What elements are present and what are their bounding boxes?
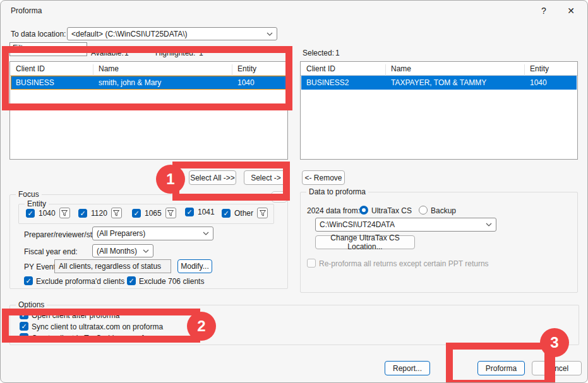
available-label: Available: (91, 49, 124, 57)
entity-1120-checkbox[interactable]: ✓ (78, 209, 87, 218)
exclude-706-checkbox[interactable]: ✓ (127, 276, 136, 285)
available-table-header: Client ID Name Entity (10, 62, 287, 76)
ultratax-radio-label: UltraTax CS (371, 206, 412, 215)
to-data-location-value: <default> (C:\WinCSI\UT25DATA\) (71, 30, 264, 38)
data-to-proforma-label: Data to proforma (306, 187, 368, 196)
selected-clients-table[interactable]: Client ID Name Entity BUSINESS2 TAXPAYER… (300, 61, 578, 160)
reproforma-checkbox: ✓ (307, 259, 316, 268)
table-row[interactable]: BUSINESS smith, john & Mary 1040 (11, 76, 287, 90)
entity-1065-label: 1065 (145, 209, 162, 218)
cell-name: smith, john & Mary (99, 78, 161, 87)
cell-entity: 1040 (237, 78, 255, 87)
title-bar: Proforma ? ✕ (1, 1, 588, 21)
column-header-name[interactable]: Name (99, 64, 119, 73)
entity-item-1041: ✓ 1041 (185, 208, 215, 216)
fiscal-year-end-dropdown[interactable]: (All Months) (92, 244, 153, 257)
table-row[interactable]: BUSINESS2 TAXPAYER, TOM & TAMMY 1040 (301, 76, 577, 90)
data-source-label: 2024 data from: (307, 206, 360, 215)
entity-item-1040: ✓ 1040 (26, 208, 70, 218)
options-group-label: Options (16, 300, 47, 309)
entity-1041-checkbox[interactable]: ✓ (185, 208, 194, 216)
entity-1041-label: 1041 (198, 208, 215, 216)
entity-1065-checkbox[interactable]: ✓ (132, 209, 141, 218)
window-title: Proforma (11, 6, 42, 15)
chevron-down-icon (203, 232, 209, 235)
data-location-dropdown[interactable]: C:\WinCSI\UT24DATA (315, 218, 496, 232)
sync-client-checkbox[interactable]: ✓ (20, 322, 28, 331)
change-location-button[interactable]: Change UltraTax CS Location... (315, 235, 415, 249)
entity-item-1120: ✓ 1120 (78, 208, 122, 218)
ultratax-radio[interactable] (359, 206, 368, 215)
fiscal-year-end-label: Fiscal year end: (24, 247, 78, 256)
preparer-dropdown[interactable]: (All Preparers) (92, 227, 213, 240)
entity-1040-checkbox[interactable]: ✓ (26, 209, 35, 218)
annotation-step-1: 1 (156, 165, 185, 194)
backup-radio[interactable] (419, 206, 428, 215)
cancel-button[interactable]: Cancel (532, 361, 582, 375)
modify-button[interactable]: Modify... (177, 259, 212, 273)
selected-label: Selected: (303, 49, 334, 57)
entity-1040-label: 1040 (39, 209, 56, 218)
chevron-down-icon (486, 223, 492, 227)
select-button[interactable]: Select -> (244, 170, 288, 185)
proforma-button[interactable]: Proforma (477, 361, 525, 375)
taxcaddy-checkbox[interactable]: ✓ (20, 333, 28, 342)
py-event-label: PY Event: (24, 262, 57, 271)
backup-radio-label: Backup (431, 206, 456, 215)
entity-other-label: Other (234, 209, 253, 218)
cell-client-id: BUSINESS2 (306, 78, 349, 87)
sync-client-label: Sync client to ultratax.com on proforma (32, 322, 163, 331)
remove-button[interactable]: <- Remove (302, 170, 345, 185)
report-button[interactable]: Report... (385, 361, 430, 375)
column-header-entity[interactable]: Entity (530, 64, 549, 73)
close-icon[interactable]: ✕ (560, 3, 582, 18)
cell-name: TAXPAYER, TOM & TAMMY (391, 78, 486, 87)
selected-table-header: Client ID Name Entity (301, 62, 577, 76)
taxcaddy-label: Create client in TaxCaddy on proforma (32, 334, 161, 343)
selected-count: 1 (335, 49, 340, 57)
available-clients-table[interactable]: Client ID Name Entity BUSINESS smith, jo… (9, 61, 288, 160)
fiscal-year-end-value: (All Months) (97, 247, 140, 256)
chevron-down-icon (143, 249, 149, 253)
filter-funnel-icon[interactable] (111, 208, 122, 218)
filter-input[interactable]: Filter: (9, 42, 87, 56)
chevron-down-icon (267, 32, 273, 36)
entity-other-checkbox[interactable]: ✓ (222, 209, 231, 218)
to-data-location-label: To data location: (11, 30, 66, 38)
preparer-label: Preparer/reviewer/staff: (24, 230, 103, 239)
highlighted-count: 1 (199, 49, 203, 57)
column-header-client-id[interactable]: Client ID (306, 64, 335, 73)
py-event-value: All clients, regardless of status (59, 262, 161, 271)
entity-group-label: Entity (25, 199, 49, 208)
cell-entity: 1040 (530, 78, 547, 87)
py-event-field: All clients, regardless of status (54, 259, 171, 273)
select-all-button[interactable]: Select All ->> (189, 170, 236, 185)
entity-1120-label: 1120 (91, 209, 107, 218)
exclude-706-label: Exclude 706 clients (139, 277, 204, 286)
column-header-entity[interactable]: Entity (237, 64, 256, 73)
entity-item-other: ✓ Other (222, 208, 268, 218)
column-header-client-id[interactable]: Client ID (16, 64, 45, 73)
reproforma-label: Re-proforma all returns except certain P… (319, 259, 489, 268)
focus-group-label: Focus (16, 190, 42, 199)
exclude-proformad-checkbox[interactable]: ✓ (24, 276, 33, 285)
preparer-value: (All Preparers) (97, 229, 200, 238)
filter-funnel-icon[interactable] (165, 208, 176, 218)
exclude-proformad-label: Exclude proforma'd clients (36, 277, 124, 286)
data-location-value: C:\WinCSI\UT24DATA (320, 220, 483, 229)
open-client-label: Open client after proforma (32, 311, 119, 320)
filter-funnel-icon[interactable] (59, 208, 70, 218)
focus-toggle-button[interactable] (271, 191, 288, 203)
column-header-name[interactable]: Name (391, 64, 411, 73)
entity-item-1065: ✓ 1065 (132, 208, 176, 218)
proforma-dialog: Proforma ? ✕ To data location: <default>… (0, 0, 588, 383)
highlighted-label: Highlighted: (155, 49, 195, 57)
filter-input-label: Filter: (13, 44, 32, 52)
filter-funnel-icon[interactable] (257, 208, 268, 218)
open-client-checkbox[interactable]: ✓ (20, 310, 28, 319)
to-data-location-dropdown[interactable]: <default> (C:\WinCSI\UT25DATA\) (67, 27, 277, 40)
help-icon[interactable]: ? (533, 3, 555, 18)
cell-client-id: BUSINESS (16, 78, 54, 87)
available-count: 1 (124, 49, 129, 57)
